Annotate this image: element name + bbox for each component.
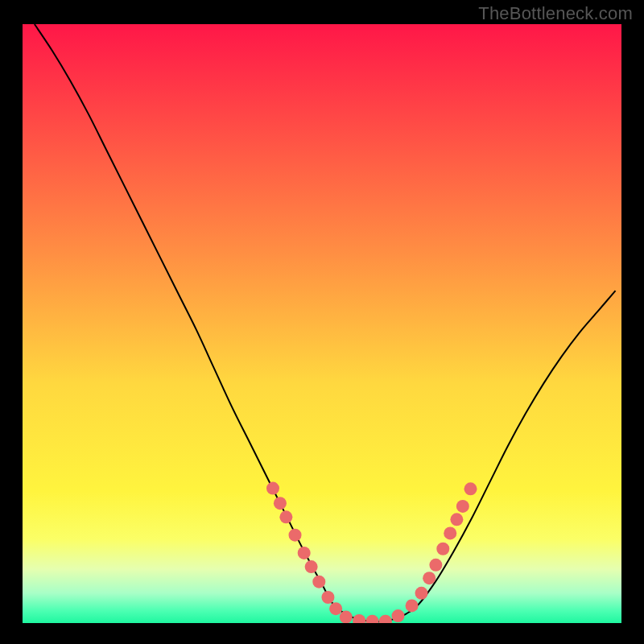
chart-stage: TheBottleneck.com — [0, 0, 644, 644]
gradient-background — [23, 24, 621, 623]
plot-area — [23, 24, 621, 623]
attribution-text: TheBottleneck.com — [478, 3, 633, 24]
svg-rect-0 — [23, 24, 621, 623]
